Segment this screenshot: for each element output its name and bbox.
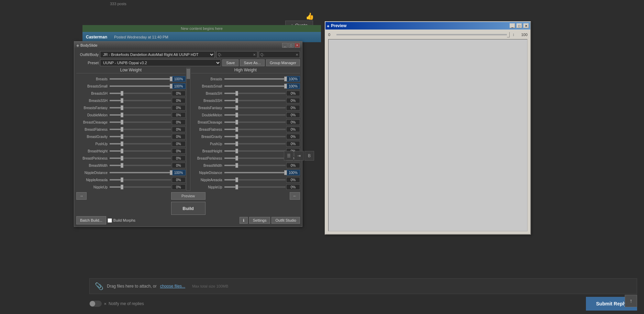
build-morphs-label[interactable]: Build Morphs (108, 218, 135, 223)
choose-files-link[interactable]: choose files... (160, 284, 185, 289)
slider-thumb[interactable] (235, 120, 238, 125)
preview-slider-thumb[interactable] (507, 32, 510, 37)
slider-thumb[interactable] (121, 141, 123, 146)
toolbar-list-icon[interactable]: ☰ (284, 151, 293, 161)
slider-thumb[interactable] (121, 113, 123, 117)
outfit-search-input[interactable] (222, 53, 253, 57)
slider-thumb[interactable] (235, 177, 238, 182)
slider-track-high[interactable] (224, 100, 286, 101)
outfit-body-select[interactable]: JR - Brokefoots Dandelion AutoMail Right… (100, 51, 215, 58)
slider-track-low[interactable] (110, 186, 171, 188)
toolbar-indent-icon[interactable]: ⇥ (294, 151, 304, 161)
slider-track-low[interactable] (110, 114, 171, 116)
preview-slider-track[interactable] (336, 34, 510, 35)
scrollbar[interactable] (186, 68, 190, 191)
slider-thumb[interactable] (235, 185, 238, 189)
window-maximize-btn[interactable]: □ (288, 43, 294, 48)
outfit-studio-button[interactable]: Outfit Studio (271, 217, 300, 224)
slider-track-high[interactable] (224, 136, 286, 137)
arrow-left-button[interactable]: ← (290, 192, 300, 200)
settings-button[interactable]: Settings (249, 217, 270, 224)
slider-track-high[interactable] (224, 129, 286, 130)
slider-track-high[interactable] (224, 165, 286, 166)
slider-track-high[interactable] (224, 85, 286, 87)
slider-thumb[interactable] (284, 77, 287, 81)
slider-track-low[interactable] (110, 179, 171, 181)
like-button[interactable]: 👍 (306, 12, 314, 20)
slider-thumb[interactable] (121, 98, 123, 103)
save-button[interactable]: Save (222, 59, 238, 66)
slider-thumb[interactable] (121, 177, 123, 182)
slider-thumb[interactable] (121, 134, 123, 139)
preset-search-clear-icon[interactable]: ✕ (296, 53, 298, 57)
slider-thumb[interactable] (121, 91, 123, 96)
outfit-search-box[interactable]: Q- ✕ (216, 51, 257, 58)
slider-thumb[interactable] (284, 170, 287, 175)
slider-track-high[interactable] (224, 143, 286, 144)
slider-thumb[interactable] (121, 163, 123, 168)
slider-thumb[interactable] (121, 105, 123, 110)
notify-toggle[interactable] (89, 301, 102, 307)
slider-track-high[interactable] (224, 150, 286, 152)
save-as-button[interactable]: Save As... (240, 59, 265, 66)
toggle-x-icon[interactable]: ✕ (104, 302, 107, 306)
build-button[interactable]: Build (171, 202, 206, 215)
preset-search-box[interactable]: Q- ✕ (259, 51, 300, 58)
slider-track-low[interactable] (110, 129, 171, 130)
slider-thumb[interactable] (121, 120, 123, 125)
slider-thumb[interactable] (235, 163, 238, 168)
slider-thumb[interactable] (235, 149, 238, 153)
slider-track-low[interactable] (110, 78, 171, 80)
group-manager-button[interactable]: Group Manager (266, 59, 300, 66)
info-button[interactable]: ℹ (240, 217, 248, 224)
slider-thumb[interactable] (235, 156, 238, 161)
slider-track-low[interactable] (110, 172, 171, 173)
slider-thumb[interactable] (235, 134, 238, 139)
slider-thumb[interactable] (235, 127, 238, 132)
slider-thumb[interactable] (284, 84, 287, 89)
slider-thumb[interactable] (121, 149, 123, 153)
window-minimize-btn[interactable]: _ (282, 43, 288, 48)
arrow-right-button[interactable]: → (76, 192, 87, 200)
slider-track-high[interactable] (224, 186, 286, 188)
preset-select[interactable]: UUNP - UNPB Oppai v3.2 (100, 59, 221, 66)
slider-track-low[interactable] (110, 158, 171, 159)
slider-thumb[interactable] (121, 127, 123, 132)
slider-track-high[interactable] (224, 172, 286, 173)
batch-build-button[interactable]: Batch Build... (76, 216, 106, 224)
window-close-btn[interactable]: ✕ (295, 43, 300, 48)
preview-button[interactable]: Preview (171, 192, 206, 200)
slider-thumb[interactable] (170, 170, 173, 175)
preview-minimize-btn[interactable]: _ (510, 23, 515, 28)
slider-track-high[interactable] (224, 121, 286, 123)
slider-thumb[interactable] (235, 105, 238, 110)
slider-track-low[interactable] (110, 93, 171, 94)
slider-thumb[interactable] (121, 185, 123, 189)
slider-track-high[interactable] (224, 158, 286, 159)
slider-thumb[interactable] (170, 77, 173, 81)
toolbar-bold-icon[interactable]: B (304, 151, 314, 161)
build-morphs-checkbox[interactable] (108, 218, 112, 223)
slider-track-low[interactable] (110, 143, 171, 144)
scrollbar-thumb[interactable] (187, 69, 190, 79)
scroll-to-top-button[interactable]: ↑ (625, 295, 637, 307)
slider-thumb[interactable] (121, 156, 123, 161)
slider-track-high[interactable] (224, 179, 286, 181)
slider-track-high[interactable] (224, 93, 286, 94)
slider-thumb[interactable] (235, 141, 238, 146)
slider-track-low[interactable] (110, 121, 171, 123)
slider-thumb[interactable] (235, 91, 238, 96)
slider-track-high[interactable] (224, 107, 286, 108)
slider-track-high[interactable] (224, 114, 286, 116)
slider-thumb[interactable] (170, 84, 173, 89)
slider-thumb[interactable] (235, 98, 238, 103)
slider-track-low[interactable] (110, 150, 171, 152)
slider-track-low[interactable] (110, 107, 171, 108)
slider-thumb[interactable] (235, 113, 238, 117)
slider-track-low[interactable] (110, 100, 171, 101)
preset-search-input[interactable] (264, 53, 296, 57)
slider-track-high[interactable] (224, 78, 286, 80)
outfit-search-clear-icon[interactable]: ✕ (253, 53, 256, 57)
preview-maximize-btn[interactable]: □ (517, 23, 522, 28)
preview-close-btn[interactable]: ✕ (523, 23, 529, 28)
